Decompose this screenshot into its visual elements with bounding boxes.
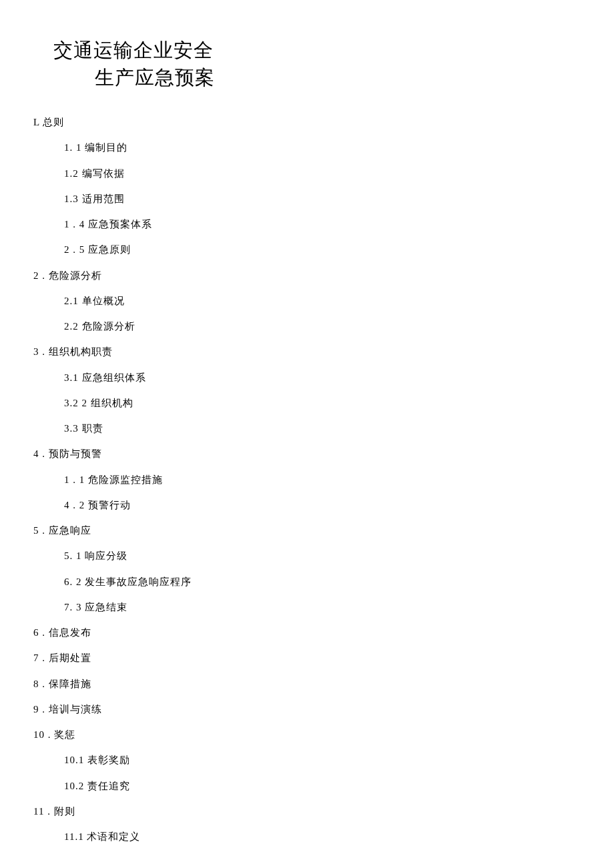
toc-entry: 6. 2 发生事故应急响应程序 — [33, 569, 581, 594]
toc-entry: 1. 1 编制目的 — [33, 135, 581, 160]
title-line-1: 交通运输企业安全 — [53, 37, 581, 64]
toc-entry: 7. 3 应急结束 — [33, 594, 581, 620]
toc-entry: 10.1 表彰奖励 — [33, 747, 581, 773]
toc-entry: 2 . 危险源分析 — [33, 263, 581, 288]
toc-entry: 1.2 编写依据 — [33, 161, 581, 186]
toc-entry: 6 . 信息发布 — [33, 620, 581, 645]
toc-entry: 11 . 附则 — [33, 799, 581, 824]
toc-entry: 7 . 后期处置 — [33, 645, 581, 671]
document-title: 交通运输企业安全 生产应急预案 — [53, 37, 581, 91]
toc-entry: 5 . 应急响应 — [33, 518, 581, 543]
toc-entry: 3.1 应急组织体系 — [33, 365, 581, 390]
toc-entry: 9 . 培训与演练 — [33, 697, 581, 722]
toc-entry: 11.1 术语和定义 — [33, 824, 581, 849]
toc-entry: 1 . 1 危险源监控措施 — [33, 467, 581, 492]
toc-entry: 2.1 单位概况 — [33, 288, 581, 314]
toc-entry: 1.3 适用范围 — [33, 186, 581, 211]
toc-entry: 1 . 4 应急预案体系 — [33, 211, 581, 237]
toc-entry: 2 . 5 应急原则 — [33, 237, 581, 262]
table-of-contents: L 总则1. 1 编制目的1.2 编写依据1.3 适用范围1 . 4 应急预案体… — [33, 109, 581, 849]
toc-entry: 10 . 奖惩 — [33, 722, 581, 747]
toc-entry: 5. 1 响应分级 — [33, 543, 581, 568]
toc-entry: 10.2 责任追究 — [33, 773, 581, 799]
toc-entry: 4 . 预防与预警 — [33, 441, 581, 466]
toc-entry: 8 . 保障措施 — [33, 671, 581, 697]
toc-entry: 2.2 危险源分析 — [33, 314, 581, 339]
toc-entry: 3 . 组织机构职责 — [33, 339, 581, 364]
toc-entry: 3.2 2 组织机构 — [33, 390, 581, 416]
toc-entry: 4 . 2 预警行动 — [33, 492, 581, 518]
toc-entry: L 总则 — [33, 109, 581, 135]
title-line-2: 生产应急预案 — [53, 64, 581, 91]
toc-entry: 3.3 职责 — [33, 416, 581, 441]
